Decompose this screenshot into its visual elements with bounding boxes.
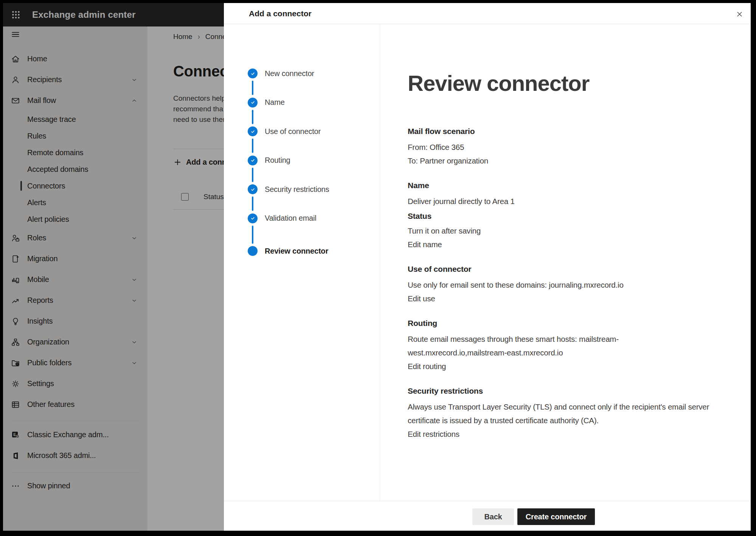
wizard-step-new-connector[interactable]: New connector <box>248 69 314 78</box>
step-current-dot <box>248 246 258 256</box>
back-button[interactable]: Back <box>472 508 514 525</box>
review-text: Deliver journal directly to Area 1 <box>408 195 710 208</box>
panel-title: Add a connector <box>249 3 312 24</box>
review-section-heading: Use of connector <box>408 264 710 274</box>
step-connector-line <box>252 196 253 211</box>
wizard-step-validation-email[interactable]: Validation email <box>248 213 317 223</box>
review-section-heading: Status <box>408 211 710 221</box>
step-connector-line <box>252 168 253 182</box>
close-icon[interactable] <box>734 8 745 20</box>
step-connector-line <box>252 226 253 244</box>
check-icon <box>250 157 256 164</box>
review-text: Turn it on after saving <box>408 224 710 238</box>
screen: Exchange admin center HomeRecipientsMail… <box>3 3 751 531</box>
step-completed-check-icon <box>248 98 258 108</box>
step-completed-check-icon <box>248 156 258 165</box>
edit-routing-link[interactable]: Edit routing <box>408 360 710 373</box>
review-heading: Review connector <box>408 70 589 96</box>
wizard-step-name[interactable]: Name <box>248 98 285 108</box>
wizard-step-security-restrictions[interactable]: Security restrictions <box>248 184 329 194</box>
wizard-step-review-connector[interactable]: Review connector <box>248 246 328 256</box>
step-connector-line <box>252 81 253 95</box>
step-connector-line <box>252 110 253 124</box>
check-icon <box>250 99 256 106</box>
check-icon <box>250 215 256 221</box>
step-completed-check-icon <box>248 69 258 78</box>
review-text: From: Office 365 <box>408 140 710 154</box>
add-connector-panel: Add a connector New connectorNameUse of … <box>224 3 751 531</box>
create-connector-button[interactable]: Create connector <box>517 508 595 525</box>
step-completed-check-icon <box>248 126 258 136</box>
wizard-step-routing[interactable]: Routing <box>248 156 290 165</box>
review-section-heading: Mail flow scenario <box>408 126 710 137</box>
review-text: Route email messages through these smart… <box>408 332 710 360</box>
review-text: To: Partner organization <box>408 154 710 168</box>
review-text: Use only for email sent to these domains… <box>408 278 710 292</box>
review-summary: Mail flow scenarioFrom: Office 365To: Pa… <box>408 126 710 441</box>
wizard-steps-column: New connectorNameUse of connectorRouting… <box>224 24 380 501</box>
wizard-step-use-of-connector[interactable]: Use of connector <box>248 126 321 136</box>
edit-use-link[interactable]: Edit use <box>408 292 710 305</box>
step-completed-check-icon <box>248 184 258 194</box>
panel-header: Add a connector <box>224 3 751 24</box>
step-completed-check-icon <box>248 213 258 223</box>
review-section-heading: Name <box>408 180 710 191</box>
edit-restrictions-link[interactable]: Edit restrictions <box>408 427 710 441</box>
check-icon <box>250 70 256 77</box>
review-section-heading: Security restrictions <box>408 386 710 396</box>
check-icon <box>250 128 256 135</box>
step-connector-line <box>252 139 253 153</box>
review-section-heading: Routing <box>408 318 710 329</box>
check-icon <box>250 186 256 193</box>
edit-name-link[interactable]: Edit name <box>408 238 710 251</box>
review-text: Always use Transport Layer Security (TLS… <box>408 400 710 427</box>
